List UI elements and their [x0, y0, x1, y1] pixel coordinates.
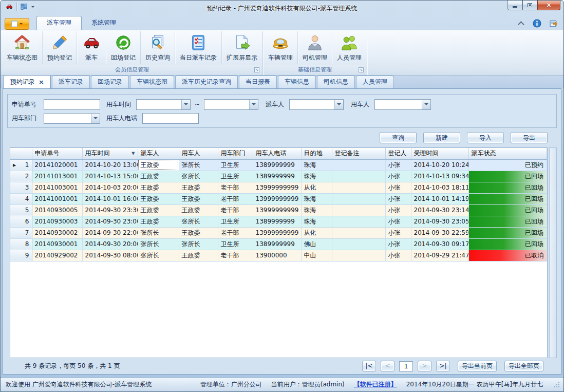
filter-arrow-icon[interactable]: ▼ — [131, 151, 135, 156]
row-header-cell[interactable]: ▶1 — [10, 159, 32, 171]
table-row[interactable]: ▶5201409300052014-09-30 23:30王政委王政委老干部13… — [10, 204, 547, 216]
ribbon-button[interactable]: 人员管理 — [332, 31, 366, 64]
apply-no-input[interactable] — [44, 99, 100, 110]
close-icon[interactable]: × — [39, 80, 44, 85]
column-header[interactable]: 申请单号 — [32, 148, 82, 159]
vertical-scrollbar[interactable] — [549, 147, 557, 358]
doc-tab-4[interactable]: 车辆状态图 — [130, 76, 174, 88]
chevron-down-icon[interactable] — [91, 114, 100, 123]
ribbon-tab-2[interactable]: 系统管理 — [82, 16, 126, 30]
column-header[interactable]: 派车状态 — [468, 148, 547, 159]
column-header[interactable]: 用车部门 — [218, 148, 253, 159]
table-row[interactable]: ▶8201409300012014-09-30 20:00张所长张所长卫生所13… — [10, 238, 547, 250]
ribbon-tab-1[interactable]: 派车管理 — [36, 16, 82, 30]
row-header-cell[interactable]: ▶5 — [10, 204, 32, 216]
row-header-cell[interactable]: ▶6 — [10, 216, 32, 227]
row-header-cell[interactable]: ▶2 — [10, 171, 32, 182]
table-row[interactable]: ▶7201409300022014-09-30 22:00张所长王政委老干部13… — [10, 227, 547, 238]
cell-dispatcher: 王政委 — [138, 216, 179, 227]
first-page-button[interactable]: |< — [362, 361, 376, 371]
ribbon-button[interactable]: 车辆管理 — [264, 31, 298, 64]
table-row[interactable]: ▶3201410030012014-10-03 20:00王政委王政委老干部13… — [10, 182, 547, 193]
table-row[interactable]: ▶4201410010012014-10-01 16:00王政委王政委老干部13… — [10, 193, 547, 204]
user-select[interactable] — [374, 99, 431, 110]
cell-registrar: 小张 — [385, 216, 411, 227]
doc-tab-1[interactable]: 预约记录× — [4, 75, 51, 88]
doc-tab-2[interactable]: 派车记录 — [52, 76, 90, 88]
doc-tab-8[interactable]: 司机信息 — [317, 76, 355, 88]
doc-tab-label: 预约记录 — [10, 78, 35, 86]
license-link[interactable]: 【软件已注册】 — [354, 380, 397, 389]
row-header-cell[interactable]: ▶9 — [10, 250, 32, 261]
user-label: 用车人 — [351, 100, 369, 109]
chevron-down-icon[interactable] — [31, 6, 34, 9]
close-button[interactable]: × — [537, 1, 560, 10]
row-number: 4 — [25, 195, 29, 202]
cell-accept-time: 2014-10-03 18:11 — [411, 182, 468, 193]
row-header-cell[interactable]: ▶8 — [10, 238, 32, 250]
use-time-to-select[interactable] — [204, 99, 258, 110]
export-all-pages-button[interactable]: 导出全部页 — [504, 361, 543, 371]
doc-tab-6[interactable]: 当日报表 — [239, 76, 277, 88]
phone-input[interactable] — [142, 113, 199, 124]
chevron-down-icon[interactable] — [249, 100, 258, 109]
ribbon-button[interactable]: 回场登记 — [106, 31, 141, 64]
ribbon-button[interactable]: 车辆状态图 — [2, 31, 43, 64]
ribbon-button[interactable]: 预约登记 — [43, 31, 77, 64]
chevron-down-icon[interactable] — [334, 100, 343, 109]
row-header-cell[interactable]: ▶4 — [10, 193, 32, 204]
ribbon-button[interactable]: 当日派车记录 — [175, 31, 222, 64]
about-icon[interactable] — [550, 19, 558, 28]
table-row[interactable]: ▶9201409290022014-09-30 08:00张所长王政委老干部13… — [10, 250, 547, 261]
department-select[interactable] — [44, 113, 100, 124]
chevron-down-icon[interactable] — [181, 100, 190, 109]
table-row[interactable]: ▶1201410200012014-10-20 13:00王政委张所长卫生所13… — [10, 159, 547, 171]
dispatcher-select[interactable] — [289, 99, 344, 110]
export-current-page-button[interactable]: 导出当前页 — [458, 361, 497, 371]
chevron-down-icon[interactable] — [422, 100, 430, 109]
dialog-launcher-icon[interactable]: ↘ — [254, 67, 259, 72]
column-header[interactable] — [10, 148, 32, 159]
application-menu-button[interactable] — [5, 18, 29, 30]
table-row[interactable]: ▶6201409300032014-09-30 23:00王政委张所长卫生所13… — [10, 216, 547, 227]
doc-tab-5[interactable]: 派车历史记录查询 — [175, 76, 238, 88]
column-header[interactable]: 用车人电话 — [253, 148, 301, 159]
column-header[interactable]: 目的地 — [301, 148, 332, 159]
column-header[interactable]: 派车人 — [138, 148, 179, 159]
export-button[interactable]: 导出 — [511, 132, 548, 143]
cell-accept-time: 2014-09-29 21:47 — [411, 250, 468, 261]
collapse-ribbon-icon[interactable] — [518, 21, 524, 28]
row-number: 8 — [25, 240, 29, 248]
row-header-cell[interactable]: ▶3 — [10, 182, 32, 193]
ribbon-button-label: 人员管理 — [337, 53, 362, 62]
row-header-cell[interactable]: ▶7 — [10, 227, 32, 238]
column-header[interactable]: 登记人 — [385, 148, 411, 159]
column-header[interactable]: 用车人 — [179, 148, 218, 159]
cell-dispatcher: 王政委 — [138, 182, 179, 193]
restore-button[interactable] — [522, 1, 537, 10]
query-button[interactable]: 查询 — [380, 132, 417, 143]
doc-tab-9[interactable]: 人员管理 — [356, 76, 394, 88]
prev-page-button[interactable]: < — [381, 361, 394, 371]
page-number-input[interactable] — [399, 361, 413, 371]
ribbon-button[interactable]: 扩展屏显示 — [222, 31, 262, 64]
last-page-button[interactable]: >| — [436, 361, 450, 371]
column-header[interactable]: 登记备注 — [332, 148, 385, 159]
table-row[interactable]: ▶2201410130012014-10-13 15:00王政委张所长卫生所13… — [10, 171, 547, 182]
layout-grid-icon[interactable] — [20, 3, 29, 11]
ribbon-button[interactable]: 司机管理 — [298, 31, 332, 64]
dialog-launcher-icon[interactable]: ↘ — [359, 67, 364, 72]
doc-tab-3[interactable]: 回场记录 — [91, 76, 129, 88]
column-header[interactable]: 受理时间 — [411, 148, 468, 159]
use-time-from-select[interactable] — [136, 99, 191, 110]
ribbon-button[interactable]: 派车 — [77, 31, 106, 64]
new-button[interactable]: 新建 — [423, 132, 460, 143]
ribbon-button[interactable]: 历史查询 — [141, 31, 175, 64]
resize-grip[interactable] — [554, 382, 559, 387]
next-page-button[interactable]: > — [418, 361, 431, 371]
info-icon[interactable] — [533, 19, 541, 28]
column-header[interactable]: 用车时间▼ — [82, 148, 138, 159]
doc-tab-7[interactable]: 车辆信息 — [278, 76, 316, 88]
import-button[interactable]: 导入 — [467, 132, 504, 143]
minimize-button[interactable] — [507, 1, 522, 10]
